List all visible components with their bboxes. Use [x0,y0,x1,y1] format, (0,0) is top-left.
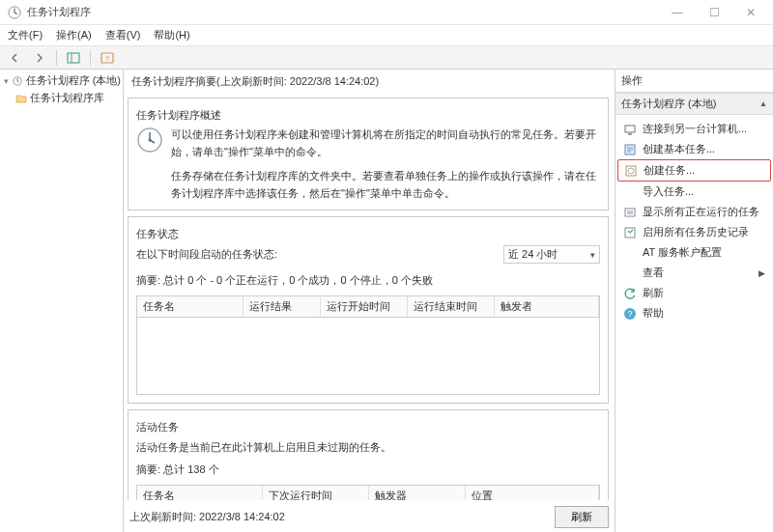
footer-row: 上次刷新时间: 2022/3/8 14:24:02 刷新 [124,500,615,532]
action-label: 启用所有任务历史记录 [643,225,749,239]
th-trigger[interactable]: 触发者 [495,296,599,317]
status-legend: 任务状态 [136,227,600,241]
refresh-button[interactable]: 刷新 [555,506,609,528]
wizard-icon [623,143,637,156]
tree-child[interactable]: 任务计划程序库 [15,91,121,105]
toolbar-separator [56,50,57,66]
app-icon [8,6,21,19]
actions-list: 连接到另一台计算机... 创建基本任务... 创建任务... 导入任务... 显… [616,115,773,327]
action-label: 查看 [643,266,664,280]
actions-group-label: 任务计划程序 (本地) [621,97,716,111]
refresh-icon [623,287,637,300]
svg-text:?: ? [105,54,110,63]
history-icon [623,226,637,239]
status-summary: 摘要: 总计 0 个 - 0 个正在运行，0 个成功，0 个停止，0 个失败 [136,267,600,290]
action-enable-history[interactable]: 启用所有任务历史记录 [617,222,771,242]
left-tree-pane: ▾ 任务计划程序 (本地) 任务计划程序库 [0,70,124,532]
list-icon [623,206,637,219]
forward-button[interactable] [29,49,50,67]
status-section: 任务状态 在以下时间段启动的任务状态: 近 24 小时 摘要: 总计 0 个 -… [128,216,609,404]
main-split: ▾ 任务计划程序 (本地) 任务计划程序库 任务计划程序摘要(上次刷新时间: 2… [0,70,773,532]
back-button[interactable] [4,49,25,67]
active-section: 活动任务 活动任务是当前已在此计算机上启用且未过期的任务。 摘要: 总计 138… [128,409,609,500]
active-legend: 活动任务 [136,420,600,434]
th-end[interactable]: 运行结束时间 [408,296,495,317]
minimize-button[interactable]: — [659,1,696,24]
th-trigger[interactable]: 触发器 [369,486,466,500]
action-label: 连接到另一台计算机... [643,122,747,136]
window-controls: — ☐ ✕ [659,1,769,24]
clock-icon [136,126,163,154]
status-table-head: 任务名 运行结果 运行开始时间 运行结束时间 触发者 [136,295,600,318]
action-label: 创建任务... [644,163,695,178]
center-scroll[interactable]: 任务计划程序摘要(上次刷新时间: 2022/3/8 14:24:02) 任务计划… [124,70,615,500]
help-icon: ? [623,307,637,321]
tree-child-label: 任务计划程序库 [30,91,104,105]
help-button[interactable]: ? [97,49,118,67]
action-help[interactable]: ? 帮助 [617,303,771,323]
overview-desc1: 可以使用任务计划程序来创建和管理计算机将在所指定的时间自动执行的常见任务。若要开… [171,126,600,160]
active-summary: 摘要: 总计 138 个 [136,457,600,479]
clock-icon [13,75,22,87]
active-desc: 活动任务是当前已在此计算机上启用且未过期的任务。 [136,434,600,457]
title-bar: 任务计划程序 — ☐ ✕ [0,0,773,25]
svg-rect-11 [626,166,636,176]
center-pane: 任务计划程序摘要(上次刷新时间: 2022/3/8 14:24:02) 任务计划… [124,70,615,532]
svg-rect-8 [625,126,635,132]
menu-file[interactable]: 文件(F) [8,28,43,42]
tree-root-label: 任务计划程序 (本地) [26,73,121,88]
status-period-row: 在以下时间段启动的任务状态: 近 24 小时 [136,241,600,267]
action-label: AT 服务帐户配置 [643,245,722,260]
action-label: 导入任务... [643,184,694,199]
action-connect[interactable]: 连接到另一台计算机... [617,119,771,139]
action-view[interactable]: 查看 ▶ [617,263,771,283]
account-icon [623,246,637,260]
action-import[interactable]: 导入任务... [617,182,771,202]
overview-desc2: 任务存储在任务计划程序库的文件夹中。若要查看单独任务上的操作或执行该操作，请在任… [136,164,600,202]
period-label: 在以下时间段启动的任务状态: [136,247,277,262]
actions-pane: 操作 任务计划程序 (本地) ▲ 连接到另一台计算机... 创建基本任务... … [615,70,773,532]
action-show-running[interactable]: 显示所有正在运行的任务 [617,202,771,222]
close-button[interactable]: ✕ [732,1,769,24]
th-next[interactable]: 下次运行时间 [263,486,369,500]
actions-title: 操作 [616,70,773,93]
task-icon [624,164,638,178]
folder-clock-icon [15,93,27,104]
action-refresh[interactable]: 刷新 [617,283,771,303]
action-label: 创建基本任务... [643,142,715,156]
toolbar: ? [0,46,773,70]
view-icon [623,266,637,280]
period-dropdown[interactable]: 近 24 小时 [503,245,600,264]
computer-icon [623,123,637,136]
th-start[interactable]: 运行开始时间 [321,296,408,317]
menu-help[interactable]: 帮助(H) [154,28,189,42]
tree-root[interactable]: ▾ 任务计划程序 (本地) [2,73,121,88]
maximize-button[interactable]: ☐ [696,1,732,24]
svg-text:?: ? [627,309,632,319]
action-at-account[interactable]: AT 服务帐户配置 [617,242,771,263]
th-result[interactable]: 运行结果 [243,296,321,317]
svg-rect-13 [625,209,635,216]
actions-group-header[interactable]: 任务计划程序 (本地) ▲ [616,93,773,115]
action-label: 刷新 [643,286,664,300]
overview-legend: 任务计划程序概述 [136,108,600,123]
menu-action[interactable]: 操作(A) [56,28,92,42]
th-name[interactable]: 任务名 [137,296,243,317]
window-title: 任务计划程序 [27,5,91,19]
action-label: 显示所有正在运行的任务 [643,205,759,219]
svg-rect-1 [68,53,79,63]
status-table-body[interactable] [136,318,600,395]
overview-row: 可以使用任务计划程序来创建和管理计算机将在所指定的时间自动执行的常见任务。若要开… [136,123,600,164]
tree-toggle-icon[interactable]: ▾ [2,76,10,86]
period-value: 近 24 小时 [508,247,558,262]
toolbar-separator [90,50,91,66]
action-create-basic[interactable]: 创建基本任务... [617,139,771,159]
last-refresh: 上次刷新时间: 2022/3/8 14:24:02 [129,510,285,524]
summary-title: 任务计划程序摘要(上次刷新时间: 2022/3/8 14:24:02) [126,71,611,92]
action-create-task[interactable]: 创建任务... [617,159,771,182]
menu-view[interactable]: 查看(V) [105,28,141,42]
th-name[interactable]: 任务名 [137,486,263,500]
th-location[interactable]: 位置 [466,486,599,500]
svg-point-7 [149,139,152,142]
show-pane-button[interactable] [63,49,84,67]
